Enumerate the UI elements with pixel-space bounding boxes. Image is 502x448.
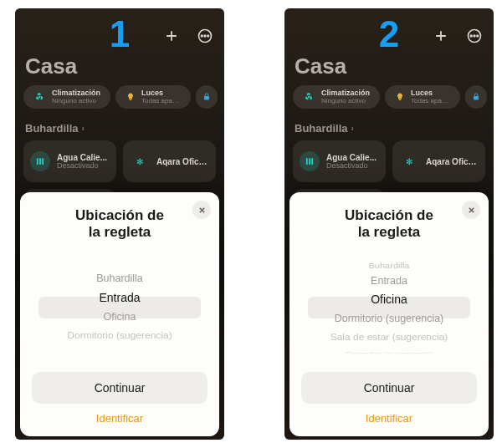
pill-extra[interactable] — [196, 85, 218, 109]
home-title: Casa — [295, 53, 346, 79]
fan-icon — [32, 89, 47, 104]
pill-lights-label: Luces — [411, 89, 452, 97]
pill-climate-sub: Ninguno activo — [52, 98, 100, 104]
svg-point-3 — [201, 35, 202, 37]
tile-agua-sub: Desactivado — [57, 162, 110, 171]
overlay-number-1: 1 — [110, 13, 130, 55]
tile-agua-title: Agua Calie... — [326, 153, 379, 162]
pill-climate[interactable]: Climatización Ninguno activo — [23, 85, 110, 109]
svg-rect-10 — [39, 158, 41, 165]
tile-aqara-title: Aqara Oficina — [156, 157, 209, 166]
overlay-number-2: 2 — [379, 13, 399, 55]
room-picker[interactable]: Buhardilla Entrada Oficina Dormitorio (s… — [301, 260, 477, 354]
sheet-title: Ubicación dela regleta — [32, 204, 207, 242]
tile-aqara-title: Aqara Oficina — [426, 157, 479, 166]
picker-item[interactable]: Dormitorio (sugerencia) — [32, 328, 207, 344]
heater-icon — [300, 151, 320, 171]
pill-climate-sub: Ninguno activo — [321, 98, 370, 104]
room-header[interactable]: Buhardilla › — [295, 122, 354, 135]
pill-lights-label: Luces — [141, 89, 182, 97]
picker-item[interactable]: Buhardilla — [301, 261, 477, 271]
close-button[interactable] — [462, 201, 480, 219]
svg-point-4 — [204, 35, 206, 37]
add-icon[interactable] — [432, 27, 450, 45]
identify-button[interactable]: Identificar — [90, 409, 150, 428]
identify-button[interactable]: Identificar — [359, 409, 419, 428]
location-sheet: Ubicación dela regleta Buhardilla Entrad… — [289, 192, 489, 436]
svg-rect-11 — [42, 158, 44, 165]
picker-item[interactable]: Dormitorio (sugerencia) — [301, 309, 477, 328]
tile-agua[interactable]: Agua Calie... Desactivado — [293, 140, 386, 182]
svg-rect-23 — [306, 158, 308, 165]
more-icon[interactable] — [465, 27, 484, 45]
close-button[interactable] — [192, 201, 211, 219]
picker-item[interactable]: Comedor (sugerencia) — [301, 349, 477, 354]
phone-screenshot-1: Casa Climatización Ninguno activo — [15, 8, 224, 440]
svg-rect-24 — [309, 158, 310, 165]
svg-rect-22 — [474, 96, 479, 100]
chevron-right-icon: › — [82, 124, 85, 133]
tile-aqara[interactable]: ✻ Aqara Oficina — [123, 140, 216, 182]
home-title: Casa — [25, 53, 77, 79]
room-name: Buhardilla — [295, 122, 348, 135]
bulb-icon — [393, 89, 406, 104]
svg-point-5 — [207, 35, 209, 37]
pill-lights[interactable]: Luces Todas apagadas — [385, 85, 460, 109]
tile-aqara[interactable]: ✻ Aqara Oficina — [392, 140, 485, 182]
pill-climate-label: Climatización — [321, 89, 370, 97]
continue-button[interactable]: Continuar — [301, 372, 477, 404]
picker-item[interactable] — [32, 261, 207, 267]
svg-rect-25 — [311, 158, 313, 165]
continue-button[interactable]: Continuar — [32, 372, 207, 404]
svg-rect-8 — [204, 96, 209, 100]
svg-rect-7 — [129, 99, 131, 100]
pill-lights-sub: Todas apagadas — [411, 98, 452, 104]
sheet-title: Ubicación dela regleta — [301, 204, 477, 242]
picker-item-selected[interactable]: Oficina — [301, 290, 477, 308]
more-icon[interactable] — [196, 27, 214, 45]
sensor-icon: ✻ — [130, 151, 150, 171]
phone-screenshot-2: Casa Climatización Ninguno activo — [284, 8, 494, 440]
room-picker[interactable]: Buhardilla Entrada Oficina Dormitorio (s… — [32, 260, 207, 354]
lock-icon — [470, 89, 482, 104]
add-icon[interactable] — [162, 27, 181, 45]
pill-lights[interactable]: Luces Todas apagadas — [115, 85, 191, 109]
tile-agua-sub: Desactivado — [326, 162, 379, 171]
svg-rect-9 — [37, 158, 38, 165]
picker-item-selected[interactable]: Entrada — [32, 288, 207, 307]
svg-rect-21 — [398, 99, 401, 100]
picker-item[interactable]: Oficina — [32, 308, 207, 326]
room-header[interactable]: Buhardilla › — [25, 122, 85, 135]
chevron-right-icon: › — [351, 124, 354, 133]
svg-point-17 — [470, 35, 472, 37]
svg-point-20 — [308, 96, 310, 98]
picker-item[interactable]: Sala de estar (sugerencia) — [301, 329, 477, 345]
lock-icon — [201, 89, 213, 104]
picker-item[interactable]: Buhardilla — [32, 269, 207, 288]
pill-lights-sub: Todas apagadas — [141, 98, 182, 104]
room-name: Buhardilla — [25, 122, 79, 135]
picker-item[interactable]: Entrada — [301, 272, 477, 289]
picker-item[interactable]: Sala de estar (sugerencia) — [32, 349, 207, 354]
tile-agua-title: Agua Calie... — [57, 153, 110, 162]
svg-point-18 — [474, 35, 475, 37]
fan-icon — [301, 89, 316, 104]
tile-agua[interactable]: Agua Calie... Desactivado — [23, 140, 116, 182]
svg-point-6 — [38, 96, 40, 98]
svg-point-19 — [477, 35, 479, 37]
location-sheet: Ubicación dela regleta Buhardilla Entrad… — [20, 192, 219, 436]
sensor-icon: ✻ — [399, 151, 419, 171]
heater-icon — [30, 151, 50, 171]
pill-climate[interactable]: Climatización Ninguno activo — [293, 85, 380, 109]
pill-climate-label: Climatización — [52, 89, 100, 97]
bulb-icon — [124, 89, 136, 104]
pill-extra[interactable] — [465, 85, 487, 109]
